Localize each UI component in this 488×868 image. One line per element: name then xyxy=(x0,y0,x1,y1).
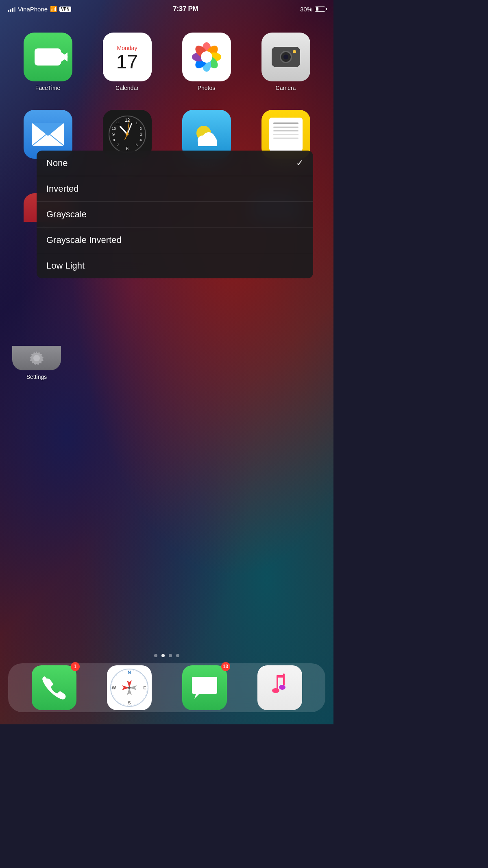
photos-label: Photos xyxy=(198,85,216,91)
page-dots xyxy=(0,654,333,657)
notes-line-4 xyxy=(273,134,298,135)
safari-compass-svg: N S E W xyxy=(109,667,150,708)
svg-text:11: 11 xyxy=(115,121,120,125)
music-icon xyxy=(257,665,302,710)
notes-paper-shape xyxy=(269,118,303,151)
svg-text:S: S xyxy=(128,700,131,705)
camera-lens-shape xyxy=(280,51,292,63)
svg-text:3: 3 xyxy=(139,132,142,137)
dropdown-item-inverted[interactable]: Inverted xyxy=(37,176,313,202)
app-dock: 1 N S E W xyxy=(8,663,325,712)
dropdown-grayscale-inverted-label: Grayscale Inverted xyxy=(46,235,122,245)
signal-bar-1 xyxy=(8,10,9,12)
dropdown-checkmark: ✓ xyxy=(296,158,303,168)
notes-line-5 xyxy=(273,138,298,139)
status-left: VinaPhone 📶 VPN xyxy=(8,6,71,13)
wifi-icon: 📶 xyxy=(50,6,57,12)
camera-flash-dot xyxy=(293,50,296,53)
settings-area: Settings xyxy=(12,346,61,380)
app-calendar[interactable]: Monday 17 Calendar xyxy=(92,33,163,91)
svg-text:8: 8 xyxy=(113,138,115,142)
app-photos[interactable]: Photos xyxy=(171,33,242,91)
page-dot-4[interactable] xyxy=(176,654,179,657)
calendar-label: Calendar xyxy=(115,85,139,91)
messages-icon xyxy=(182,665,227,710)
mail-envelope-shape xyxy=(32,123,64,146)
svg-text:2: 2 xyxy=(139,127,142,131)
carrier-name: VinaPhone xyxy=(18,6,48,13)
svg-text:N: N xyxy=(128,670,131,675)
photos-icon xyxy=(182,33,231,81)
settings-label: Settings xyxy=(26,374,47,380)
signal-bar-2 xyxy=(10,9,11,12)
dock-music[interactable] xyxy=(257,665,302,710)
camera-label: Camera xyxy=(276,85,296,91)
status-right: 30% xyxy=(300,6,325,13)
dock-safari[interactable]: N S E W xyxy=(107,665,152,710)
music-note-icon xyxy=(268,673,292,702)
messages-badge: 13 xyxy=(221,662,230,671)
calendar-icon: Monday 17 xyxy=(103,33,152,81)
camera-lens-inner xyxy=(283,55,288,59)
svg-text:4: 4 xyxy=(139,138,142,142)
dropdown-inverted-label: Inverted xyxy=(46,184,79,194)
signal-bar-4 xyxy=(14,7,15,12)
clock-face-svg: 12 3 6 9 1 2 4 5 7 8 10 11 xyxy=(108,115,146,153)
svg-text:10: 10 xyxy=(111,127,115,131)
weather-icon-svg xyxy=(188,116,225,153)
notes-line-2 xyxy=(273,127,298,128)
gear-icon xyxy=(26,348,47,368)
camera-body-shape xyxy=(272,47,300,67)
svg-point-47 xyxy=(128,687,131,689)
mail-envelope-svg xyxy=(32,123,64,146)
status-bar: VinaPhone 📶 VPN 7:37 PM 30% xyxy=(0,0,333,18)
svg-rect-35 xyxy=(198,140,217,146)
dropdown-grayscale-label: Grayscale xyxy=(46,209,87,220)
battery-outline xyxy=(315,7,325,12)
svg-text:9: 9 xyxy=(112,132,114,137)
svg-text:E: E xyxy=(143,685,146,690)
app-camera[interactable]: Camera xyxy=(250,33,321,91)
phone-icon xyxy=(32,665,76,710)
app-facetime[interactable]: FaceTime xyxy=(12,33,83,91)
calendar-month: Monday xyxy=(103,45,152,51)
dropdown-item-grayscale-inverted[interactable]: Grayscale Inverted xyxy=(37,227,313,253)
facetime-caret xyxy=(61,52,68,61)
dock-phone[interactable]: 1 xyxy=(32,665,76,710)
dropdown-low-light-label: Low Light xyxy=(46,260,85,271)
calendar-day: 17 xyxy=(103,51,152,73)
calendar-month-area: Monday 17 xyxy=(103,42,152,73)
dropdown-item-low-light[interactable]: Low Light xyxy=(37,253,313,278)
battery-icon xyxy=(315,7,325,12)
display-filter-dropdown: None ✓ Inverted Grayscale Grayscale Inve… xyxy=(37,151,313,278)
clock-time: 7:37 PM xyxy=(173,5,198,13)
photos-flower-svg xyxy=(190,41,223,73)
svg-text:5: 5 xyxy=(135,143,137,147)
signal-bars-icon xyxy=(8,6,15,12)
page-dot-1[interactable] xyxy=(154,654,157,657)
signal-bar-3 xyxy=(12,8,13,12)
phone-handset-icon xyxy=(42,676,66,700)
svg-text:W: W xyxy=(111,685,116,690)
svg-text:1: 1 xyxy=(135,121,137,125)
dock-messages[interactable]: 13 xyxy=(182,665,227,710)
battery-fill xyxy=(316,7,318,11)
svg-point-52 xyxy=(279,685,285,690)
notes-line-3 xyxy=(273,130,298,131)
safari-icon: N S E W xyxy=(107,665,152,710)
facetime-label: FaceTime xyxy=(35,85,61,91)
page-dot-3[interactable] xyxy=(169,654,172,657)
vpn-badge: VPN xyxy=(59,7,71,12)
notes-line-1 xyxy=(273,122,298,124)
phone-badge: 1 xyxy=(71,662,80,671)
page-dot-2-active[interactable] xyxy=(161,654,165,657)
svg-point-51 xyxy=(272,688,279,693)
facetime-camera-shape xyxy=(35,48,61,66)
dropdown-item-grayscale[interactable]: Grayscale xyxy=(37,202,313,227)
settings-partial-icon xyxy=(12,346,61,370)
dropdown-item-none[interactable]: None ✓ xyxy=(37,151,313,176)
svg-text:7: 7 xyxy=(117,143,119,147)
messages-bubble-icon xyxy=(190,673,219,702)
svg-point-30 xyxy=(126,133,129,136)
svg-point-8 xyxy=(201,51,212,63)
